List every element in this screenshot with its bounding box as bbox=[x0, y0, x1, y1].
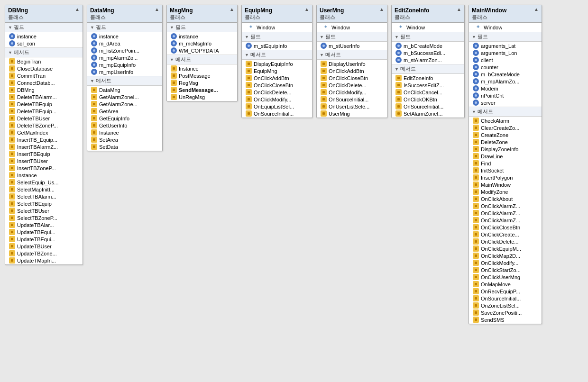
method-icon bbox=[171, 73, 177, 79]
list-item: nPointCnt bbox=[469, 92, 542, 99]
list-item: InsertPolygon bbox=[469, 174, 542, 181]
field-icon bbox=[473, 92, 479, 99]
list-item: UserMng bbox=[317, 110, 387, 117]
method-icon bbox=[246, 82, 252, 88]
collapse-icon-EquipMng[interactable]: ▲ bbox=[304, 7, 309, 12]
method-icon bbox=[395, 110, 402, 117]
list-item: m_bCreateMode bbox=[469, 71, 542, 78]
method-icon bbox=[473, 160, 479, 166]
class-stereotype-DataMng: 클래스 bbox=[90, 14, 114, 21]
class-title-EquipMng: EquipMng bbox=[245, 7, 272, 14]
fields-header-DataMng: ▼필드 bbox=[87, 23, 162, 32]
list-item: PostMessage bbox=[167, 72, 237, 79]
list-item: UpdateTBUser bbox=[5, 243, 83, 250]
field-icon bbox=[9, 40, 15, 46]
method-icon bbox=[9, 158, 15, 164]
method-icon bbox=[473, 217, 479, 223]
field-icon bbox=[473, 100, 479, 106]
method-icon bbox=[473, 189, 479, 195]
method-icon bbox=[473, 317, 479, 323]
method-icon bbox=[9, 200, 15, 207]
list-item: ModifyZone bbox=[469, 188, 542, 195]
collapse-icon-UserMng[interactable]: ▲ bbox=[379, 7, 384, 12]
list-item: GetUserInfo bbox=[87, 122, 162, 129]
method-icon bbox=[473, 139, 479, 145]
field-icon bbox=[395, 50, 402, 56]
method-icon bbox=[473, 274, 479, 280]
fields-DBMng: instance sql_con bbox=[5, 32, 83, 47]
collapse-icon-DataMng[interactable]: ▲ bbox=[155, 7, 159, 12]
class-title-DBMng: DBMng bbox=[8, 7, 28, 14]
list-item: server bbox=[469, 99, 542, 106]
diagram-canvas: DBMng 클래스 ▲ ▼필드 instance sql_con ▼메서드 Be… bbox=[0, 0, 588, 382]
collapse-icon-EditZoneInfo[interactable]: ▲ bbox=[457, 7, 461, 12]
method-icon bbox=[9, 222, 15, 228]
list-item: m_stUserInfo bbox=[317, 42, 387, 49]
list-item: Window bbox=[320, 24, 384, 31]
list-item: OnClickAlarmZ... bbox=[469, 202, 542, 209]
inherit-icon bbox=[398, 24, 404, 30]
method-icon bbox=[473, 132, 479, 138]
methods-header-DBMng: ▼메서드 bbox=[5, 47, 83, 57]
method-icon bbox=[9, 208, 15, 214]
list-item: OnMapMove bbox=[469, 281, 542, 288]
list-item: DataMng bbox=[87, 86, 162, 93]
list-item: m_mcMsgInfo bbox=[167, 40, 237, 47]
list-item: GetEquipInfo bbox=[87, 115, 162, 122]
list-item: DeleteTBZoneP... bbox=[5, 122, 83, 129]
list-item: m_mpUserInfo bbox=[87, 68, 162, 75]
method-icon bbox=[9, 236, 15, 242]
list-item: SendMessage... bbox=[167, 86, 237, 93]
list-item: counter bbox=[469, 64, 542, 71]
list-item: client bbox=[469, 56, 542, 64]
method-icon bbox=[246, 68, 252, 74]
method-icon bbox=[171, 87, 177, 93]
list-item: OnClickCloseBtn bbox=[242, 82, 312, 89]
method-icon bbox=[171, 80, 177, 86]
method-icon bbox=[9, 250, 15, 256]
collapse-icon-MsgMng[interactable]: ▲ bbox=[230, 7, 234, 12]
list-item: DisplayEquipInfo bbox=[242, 60, 312, 67]
list-item: m_bSuccessEdi... bbox=[392, 49, 464, 56]
method-icon bbox=[9, 186, 15, 192]
list-item: InsertTB_Equip... bbox=[5, 136, 83, 143]
method-icon bbox=[473, 260, 479, 266]
method-icon bbox=[9, 243, 15, 249]
list-item: SelectTBEquip bbox=[5, 200, 83, 207]
collapse-icon-MainWindow[interactable]: ▲ bbox=[534, 7, 539, 12]
list-item: MainWindow bbox=[469, 181, 542, 188]
method-icon bbox=[9, 151, 15, 157]
field-icon bbox=[395, 57, 402, 63]
method-icon bbox=[91, 87, 97, 93]
field-icon bbox=[473, 71, 479, 77]
class-box-UserMng: UserMng 클래스 ▲ Window ▼필드 m_stUserInfo ▼메… bbox=[316, 5, 387, 118]
list-item: OnZoneListSel... bbox=[469, 302, 542, 309]
list-item: OnClickStartZo... bbox=[469, 266, 542, 273]
method-icon bbox=[91, 94, 97, 100]
method-icon bbox=[9, 193, 15, 200]
method-icon bbox=[246, 75, 252, 81]
inherit-icon bbox=[476, 24, 482, 30]
method-icon bbox=[9, 229, 15, 235]
field-icon bbox=[91, 62, 97, 68]
list-item: arguments_Lat bbox=[469, 42, 542, 49]
list-item: InsertTBUser bbox=[5, 157, 83, 164]
list-item: DeleteTBUser bbox=[5, 115, 83, 122]
method-icon bbox=[473, 118, 479, 124]
method-icon bbox=[473, 153, 479, 159]
collapse-icon-DBMng[interactable]: ▲ bbox=[75, 7, 80, 12]
class-box-EditZoneInfo: EditZoneInfo 클래스 ▲ Window ▼필드 m_bCreateM… bbox=[391, 5, 465, 118]
list-item: DBMng bbox=[5, 86, 83, 93]
method-icon bbox=[9, 144, 15, 150]
list-item: m_mpEquipInfo bbox=[87, 61, 162, 68]
method-icon bbox=[321, 68, 327, 74]
list-item: m_dArea bbox=[87, 40, 162, 47]
list-item: OnClickModify... bbox=[317, 89, 387, 96]
method-icon bbox=[9, 165, 15, 171]
list-item: OnUserListSele... bbox=[317, 103, 387, 110]
list-item: InsertTBAlarmZ... bbox=[5, 143, 83, 150]
class-box-MainWindow: MainWindow 클래스 ▲ Window ▼필드 arguments_La… bbox=[469, 5, 542, 324]
list-item: SendSMS bbox=[469, 316, 542, 323]
class-box-DBMng: DBMng 클래스 ▲ ▼필드 instance sql_con ▼메서드 Be… bbox=[5, 5, 83, 265]
list-item: Window bbox=[472, 24, 539, 31]
